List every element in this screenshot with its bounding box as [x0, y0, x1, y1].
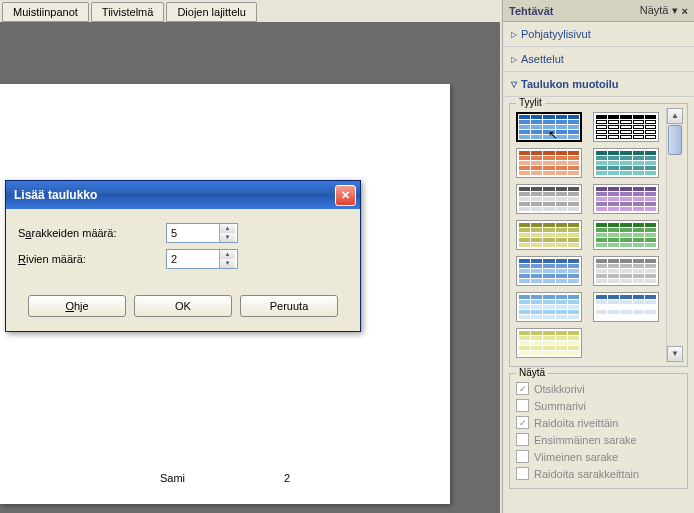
triangle-right-icon: ▷: [511, 30, 517, 39]
table-style-thumb[interactable]: ↖: [516, 112, 582, 142]
cancel-button[interactable]: Peruuta: [240, 295, 338, 317]
task-pane: Tehtävät Näytä ▾ × ▷Pohjatyylisivut ▷Ase…: [502, 0, 694, 513]
dialog-title: Lisää taulukko: [14, 188, 97, 202]
taskpane-close-icon[interactable]: ×: [682, 5, 688, 17]
styles-grid: ↖: [514, 108, 666, 362]
page-author: Sami: [160, 472, 185, 484]
table-style-thumb[interactable]: [516, 184, 582, 214]
check-col-stripes[interactable]: Raidoita sarakkeittain: [514, 465, 683, 482]
scroll-down-icon[interactable]: ▼: [667, 346, 683, 362]
display-legend: Näytä: [516, 367, 548, 378]
checkbox-icon: [516, 399, 529, 412]
taskpane-show-menu[interactable]: Näytä ▾: [640, 4, 678, 17]
check-row-stripes[interactable]: ✓Raidoita riveittäin: [514, 414, 683, 431]
section-master-pages[interactable]: ▷Pohjatyylisivut: [503, 22, 694, 47]
section-table-design[interactable]: ▽Taulukon muotoilu: [503, 72, 694, 97]
checkbox-icon: [516, 433, 529, 446]
table-style-thumb[interactable]: [593, 184, 659, 214]
columns-spinner[interactable]: ▲▼: [166, 223, 238, 243]
section-layouts[interactable]: ▷Asettelut: [503, 47, 694, 72]
table-style-thumb[interactable]: [593, 256, 659, 286]
spin-up-icon[interactable]: ▲: [219, 224, 235, 233]
scroll-up-icon[interactable]: ▲: [667, 108, 683, 124]
rows-label: Rivien määrä:: [18, 253, 166, 265]
checkbox-icon: [516, 450, 529, 463]
spin-down-icon[interactable]: ▼: [219, 259, 235, 268]
styles-group: Tyylit ↖ ▲ ▼: [509, 103, 688, 367]
scroll-thumb[interactable]: [668, 125, 682, 155]
dialog-titlebar[interactable]: Lisää taulukko ✕: [6, 181, 360, 209]
table-style-thumb[interactable]: [516, 148, 582, 178]
table-style-thumb[interactable]: [516, 328, 582, 358]
table-style-thumb[interactable]: [593, 148, 659, 178]
check-first-col[interactable]: Ensimmäinen sarake: [514, 431, 683, 448]
tab-summary[interactable]: Tiivistelmä: [91, 2, 165, 22]
checkbox-icon: ✓: [516, 416, 529, 429]
checkbox-icon: ✓: [516, 382, 529, 395]
page-number: 2: [284, 472, 290, 484]
insert-table-dialog: Lisää taulukko ✕ Sarakkeiden määrä: ▲▼ R…: [5, 180, 361, 332]
spin-down-icon[interactable]: ▼: [219, 233, 235, 242]
table-style-thumb[interactable]: [593, 220, 659, 250]
help-button[interactable]: Ohje: [28, 295, 126, 317]
table-style-thumb[interactable]: [593, 292, 659, 322]
table-style-thumb[interactable]: [516, 256, 582, 286]
check-header-row[interactable]: ✓Otsikkorivi: [514, 380, 683, 397]
spin-up-icon[interactable]: ▲: [219, 250, 235, 259]
styles-scrollbar[interactable]: ▲ ▼: [666, 108, 683, 362]
triangle-down-icon: ▽: [511, 80, 517, 89]
checkbox-icon: [516, 467, 529, 480]
triangle-right-icon: ▷: [511, 55, 517, 64]
table-style-thumb[interactable]: [516, 292, 582, 322]
rows-spinner[interactable]: ▲▼: [166, 249, 238, 269]
taskpane-title: Tehtävät: [509, 5, 553, 17]
check-total-row[interactable]: Summarivi: [514, 397, 683, 414]
table-style-thumb[interactable]: [516, 220, 582, 250]
check-last-col[interactable]: Viimeinen sarake: [514, 448, 683, 465]
rows-input[interactable]: [167, 251, 219, 267]
tab-slidesort[interactable]: Diojen lajittelu: [166, 2, 256, 22]
table-style-thumb[interactable]: [593, 112, 659, 142]
columns-input[interactable]: [167, 225, 219, 241]
styles-legend: Tyylit: [516, 97, 545, 108]
close-icon[interactable]: ✕: [335, 185, 356, 206]
columns-label: Sarakkeiden määrä:: [18, 227, 166, 239]
display-options-group: Näytä ✓Otsikkorivi Summarivi ✓Raidoita r…: [509, 373, 688, 489]
tab-notes[interactable]: Muistiinpanot: [2, 2, 89, 22]
ok-button[interactable]: OK: [134, 295, 232, 317]
